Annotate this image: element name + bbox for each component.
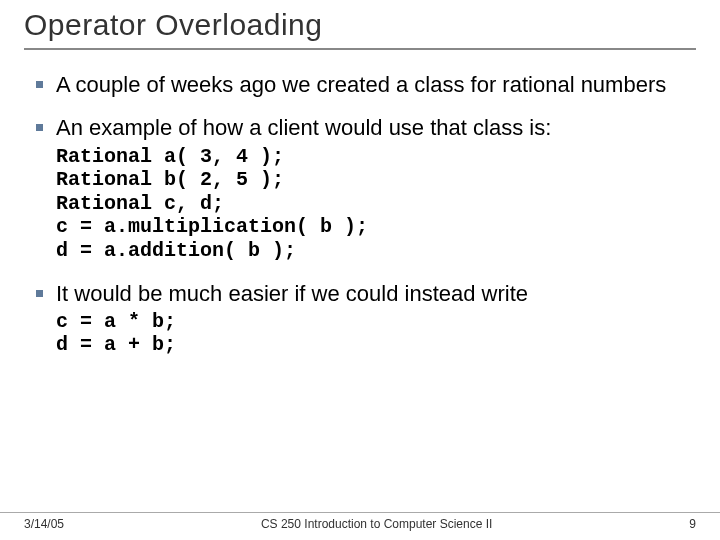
footer-page-number: 9 [689, 517, 696, 531]
bullet-item: A couple of weeks ago we created a class… [34, 72, 696, 97]
bullet-text: A couple of weeks ago we created a class… [56, 72, 666, 97]
footer-course: CS 250 Introduction to Computer Science … [64, 517, 689, 531]
code-block: c = a * b; d = a + b; [56, 310, 696, 357]
bullet-text: It would be much easier if we could inst… [56, 281, 528, 306]
bullet-text: An example of how a client would use tha… [56, 115, 551, 140]
bullet-item: An example of how a client would use tha… [34, 115, 696, 262]
slide-title: Operator Overloading [24, 8, 696, 50]
footer-date: 3/14/05 [24, 517, 64, 531]
bullet-item: It would be much easier if we could inst… [34, 281, 696, 357]
slide-footer: 3/14/05 CS 250 Introduction to Computer … [0, 512, 720, 534]
code-block: Rational a( 3, 4 ); Rational b( 2, 5 ); … [56, 145, 696, 263]
bullet-list: A couple of weeks ago we created a class… [24, 72, 696, 357]
